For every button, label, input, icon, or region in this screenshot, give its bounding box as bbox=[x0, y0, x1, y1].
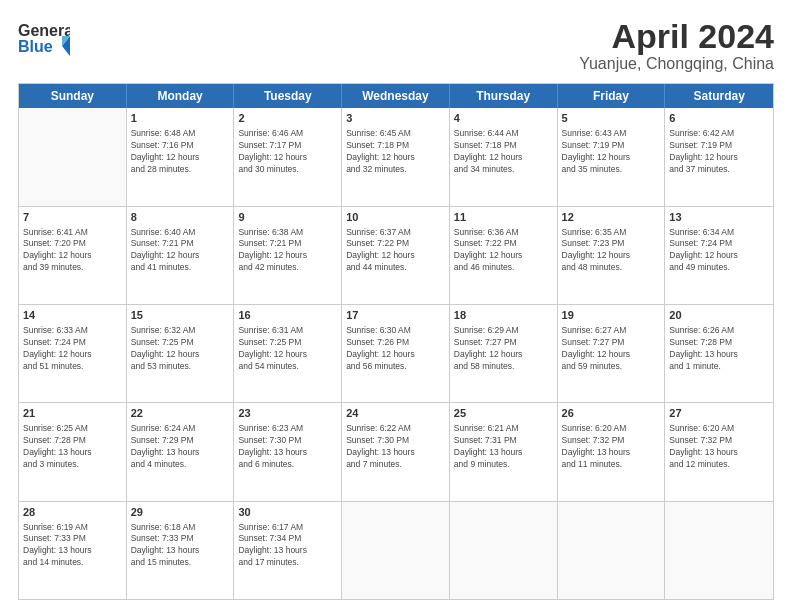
col-header-friday: Friday bbox=[558, 84, 666, 108]
calendar-day-28: 28Sunrise: 6:19 AM Sunset: 7:33 PM Dayli… bbox=[19, 502, 127, 599]
day-number: 20 bbox=[669, 308, 769, 323]
day-number: 10 bbox=[346, 210, 445, 225]
calendar-day-25: 25Sunrise: 6:21 AM Sunset: 7:31 PM Dayli… bbox=[450, 403, 558, 500]
day-number: 11 bbox=[454, 210, 553, 225]
day-info: Sunrise: 6:25 AM Sunset: 7:28 PM Dayligh… bbox=[23, 423, 122, 471]
calendar-day-3: 3Sunrise: 6:45 AM Sunset: 7:18 PM Daylig… bbox=[342, 108, 450, 205]
day-number: 12 bbox=[562, 210, 661, 225]
calendar-day-18: 18Sunrise: 6:29 AM Sunset: 7:27 PM Dayli… bbox=[450, 305, 558, 402]
col-header-monday: Monday bbox=[127, 84, 235, 108]
day-info: Sunrise: 6:29 AM Sunset: 7:27 PM Dayligh… bbox=[454, 325, 553, 373]
day-number: 29 bbox=[131, 505, 230, 520]
calendar-week-4: 21Sunrise: 6:25 AM Sunset: 7:28 PM Dayli… bbox=[19, 403, 773, 501]
calendar-day-22: 22Sunrise: 6:24 AM Sunset: 7:29 PM Dayli… bbox=[127, 403, 235, 500]
calendar-day-10: 10Sunrise: 6:37 AM Sunset: 7:22 PM Dayli… bbox=[342, 207, 450, 304]
day-info: Sunrise: 6:40 AM Sunset: 7:21 PM Dayligh… bbox=[131, 227, 230, 275]
title-block: April 2024 Yuanjue, Chongqing, China bbox=[579, 18, 774, 73]
calendar-day-empty bbox=[19, 108, 127, 205]
day-info: Sunrise: 6:22 AM Sunset: 7:30 PM Dayligh… bbox=[346, 423, 445, 471]
location-subtitle: Yuanjue, Chongqing, China bbox=[579, 55, 774, 73]
day-number: 7 bbox=[23, 210, 122, 225]
day-info: Sunrise: 6:31 AM Sunset: 7:25 PM Dayligh… bbox=[238, 325, 337, 373]
calendar-week-2: 7Sunrise: 6:41 AM Sunset: 7:20 PM Daylig… bbox=[19, 207, 773, 305]
calendar-day-12: 12Sunrise: 6:35 AM Sunset: 7:23 PM Dayli… bbox=[558, 207, 666, 304]
day-number: 9 bbox=[238, 210, 337, 225]
calendar-day-11: 11Sunrise: 6:36 AM Sunset: 7:22 PM Dayli… bbox=[450, 207, 558, 304]
day-number: 27 bbox=[669, 406, 769, 421]
calendar-week-3: 14Sunrise: 6:33 AM Sunset: 7:24 PM Dayli… bbox=[19, 305, 773, 403]
day-number: 22 bbox=[131, 406, 230, 421]
col-header-saturday: Saturday bbox=[665, 84, 773, 108]
calendar-week-1: 1Sunrise: 6:48 AM Sunset: 7:16 PM Daylig… bbox=[19, 108, 773, 206]
day-info: Sunrise: 6:30 AM Sunset: 7:26 PM Dayligh… bbox=[346, 325, 445, 373]
day-info: Sunrise: 6:33 AM Sunset: 7:24 PM Dayligh… bbox=[23, 325, 122, 373]
day-number: 4 bbox=[454, 111, 553, 126]
calendar-day-15: 15Sunrise: 6:32 AM Sunset: 7:25 PM Dayli… bbox=[127, 305, 235, 402]
day-number: 13 bbox=[669, 210, 769, 225]
day-number: 28 bbox=[23, 505, 122, 520]
day-info: Sunrise: 6:35 AM Sunset: 7:23 PM Dayligh… bbox=[562, 227, 661, 275]
day-info: Sunrise: 6:24 AM Sunset: 7:29 PM Dayligh… bbox=[131, 423, 230, 471]
day-number: 3 bbox=[346, 111, 445, 126]
day-info: Sunrise: 6:41 AM Sunset: 7:20 PM Dayligh… bbox=[23, 227, 122, 275]
day-number: 21 bbox=[23, 406, 122, 421]
day-number: 2 bbox=[238, 111, 337, 126]
calendar-header-row: SundayMondayTuesdayWednesdayThursdayFrid… bbox=[19, 84, 773, 108]
calendar-day-14: 14Sunrise: 6:33 AM Sunset: 7:24 PM Dayli… bbox=[19, 305, 127, 402]
calendar-day-27: 27Sunrise: 6:20 AM Sunset: 7:32 PM Dayli… bbox=[665, 403, 773, 500]
day-number: 14 bbox=[23, 308, 122, 323]
day-number: 26 bbox=[562, 406, 661, 421]
day-number: 23 bbox=[238, 406, 337, 421]
calendar-day-empty bbox=[342, 502, 450, 599]
calendar-day-8: 8Sunrise: 6:40 AM Sunset: 7:21 PM Daylig… bbox=[127, 207, 235, 304]
day-info: Sunrise: 6:42 AM Sunset: 7:19 PM Dayligh… bbox=[669, 128, 769, 176]
svg-text:Blue: Blue bbox=[18, 38, 53, 55]
day-number: 30 bbox=[238, 505, 337, 520]
day-info: Sunrise: 6:36 AM Sunset: 7:22 PM Dayligh… bbox=[454, 227, 553, 275]
day-number: 18 bbox=[454, 308, 553, 323]
col-header-thursday: Thursday bbox=[450, 84, 558, 108]
day-info: Sunrise: 6:21 AM Sunset: 7:31 PM Dayligh… bbox=[454, 423, 553, 471]
day-info: Sunrise: 6:23 AM Sunset: 7:30 PM Dayligh… bbox=[238, 423, 337, 471]
calendar-day-29: 29Sunrise: 6:18 AM Sunset: 7:33 PM Dayli… bbox=[127, 502, 235, 599]
day-number: 25 bbox=[454, 406, 553, 421]
day-info: Sunrise: 6:46 AM Sunset: 7:17 PM Dayligh… bbox=[238, 128, 337, 176]
day-info: Sunrise: 6:43 AM Sunset: 7:19 PM Dayligh… bbox=[562, 128, 661, 176]
calendar-day-4: 4Sunrise: 6:44 AM Sunset: 7:18 PM Daylig… bbox=[450, 108, 558, 205]
day-number: 16 bbox=[238, 308, 337, 323]
day-number: 8 bbox=[131, 210, 230, 225]
calendar-day-30: 30Sunrise: 6:17 AM Sunset: 7:34 PM Dayli… bbox=[234, 502, 342, 599]
day-info: Sunrise: 6:37 AM Sunset: 7:22 PM Dayligh… bbox=[346, 227, 445, 275]
day-info: Sunrise: 6:20 AM Sunset: 7:32 PM Dayligh… bbox=[562, 423, 661, 471]
calendar-day-13: 13Sunrise: 6:34 AM Sunset: 7:24 PM Dayli… bbox=[665, 207, 773, 304]
calendar-day-19: 19Sunrise: 6:27 AM Sunset: 7:27 PM Dayli… bbox=[558, 305, 666, 402]
calendar-day-empty bbox=[665, 502, 773, 599]
calendar-day-1: 1Sunrise: 6:48 AM Sunset: 7:16 PM Daylig… bbox=[127, 108, 235, 205]
day-number: 6 bbox=[669, 111, 769, 126]
calendar-day-9: 9Sunrise: 6:38 AM Sunset: 7:21 PM Daylig… bbox=[234, 207, 342, 304]
day-number: 15 bbox=[131, 308, 230, 323]
day-info: Sunrise: 6:27 AM Sunset: 7:27 PM Dayligh… bbox=[562, 325, 661, 373]
calendar-day-empty bbox=[558, 502, 666, 599]
calendar-day-21: 21Sunrise: 6:25 AM Sunset: 7:28 PM Dayli… bbox=[19, 403, 127, 500]
day-info: Sunrise: 6:38 AM Sunset: 7:21 PM Dayligh… bbox=[238, 227, 337, 275]
calendar-day-empty bbox=[450, 502, 558, 599]
calendar-day-7: 7Sunrise: 6:41 AM Sunset: 7:20 PM Daylig… bbox=[19, 207, 127, 304]
calendar-week-5: 28Sunrise: 6:19 AM Sunset: 7:33 PM Dayli… bbox=[19, 502, 773, 599]
day-info: Sunrise: 6:44 AM Sunset: 7:18 PM Dayligh… bbox=[454, 128, 553, 176]
day-info: Sunrise: 6:17 AM Sunset: 7:34 PM Dayligh… bbox=[238, 522, 337, 570]
day-info: Sunrise: 6:48 AM Sunset: 7:16 PM Dayligh… bbox=[131, 128, 230, 176]
day-info: Sunrise: 6:45 AM Sunset: 7:18 PM Dayligh… bbox=[346, 128, 445, 176]
calendar-page: General Blue April 2024 Yuanjue, Chongqi… bbox=[0, 0, 792, 612]
calendar-day-17: 17Sunrise: 6:30 AM Sunset: 7:26 PM Dayli… bbox=[342, 305, 450, 402]
calendar-day-5: 5Sunrise: 6:43 AM Sunset: 7:19 PM Daylig… bbox=[558, 108, 666, 205]
day-info: Sunrise: 6:32 AM Sunset: 7:25 PM Dayligh… bbox=[131, 325, 230, 373]
day-info: Sunrise: 6:34 AM Sunset: 7:24 PM Dayligh… bbox=[669, 227, 769, 275]
calendar-grid: SundayMondayTuesdayWednesdayThursdayFrid… bbox=[18, 83, 774, 600]
logo: General Blue bbox=[18, 18, 70, 64]
day-info: Sunrise: 6:20 AM Sunset: 7:32 PM Dayligh… bbox=[669, 423, 769, 471]
day-number: 1 bbox=[131, 111, 230, 126]
day-number: 24 bbox=[346, 406, 445, 421]
calendar-day-20: 20Sunrise: 6:26 AM Sunset: 7:28 PM Dayli… bbox=[665, 305, 773, 402]
day-info: Sunrise: 6:19 AM Sunset: 7:33 PM Dayligh… bbox=[23, 522, 122, 570]
